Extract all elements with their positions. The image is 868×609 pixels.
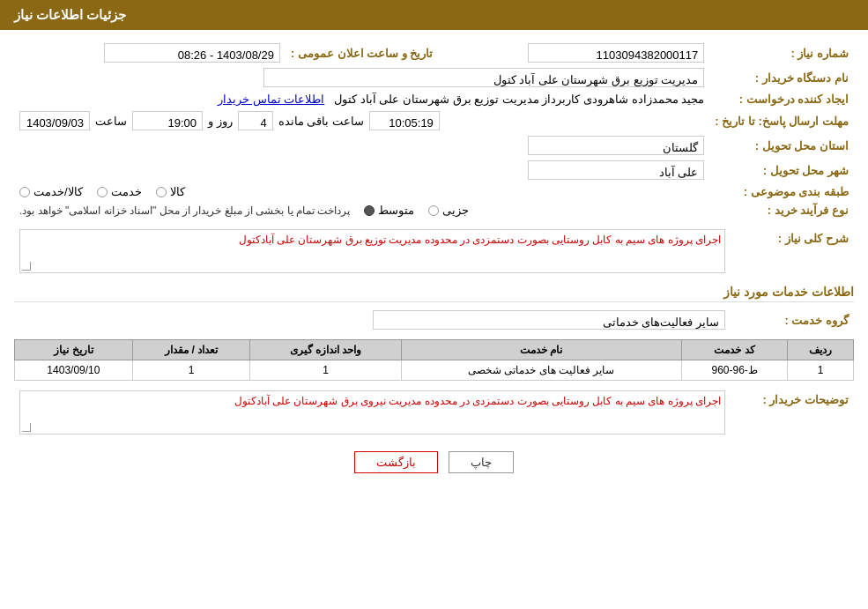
purchase-type-label: نوع فرآیند خرید : bbox=[709, 201, 854, 219]
page-title: جزئیات اطلاعات نیاز bbox=[14, 7, 126, 22]
cell-row: 1 bbox=[788, 360, 854, 381]
need-number-value: 1103094382000117 bbox=[438, 41, 709, 65]
service-group-value: سایر فعالیت‌های خدماتی bbox=[14, 308, 731, 332]
radio-small bbox=[428, 205, 439, 216]
buyer-description-box: اجرای پروژه های سیم به کابل روستایی بصور… bbox=[19, 390, 725, 434]
services-table: ردیف کد خدمت نام خدمت واحد اندازه گیری ت… bbox=[14, 339, 854, 381]
description-box: اجرای پروژه های سیم به کابل روستایی بصور… bbox=[19, 229, 725, 273]
response-days-label: روز و bbox=[208, 115, 233, 128]
description-label: شرح کلی نیاز : bbox=[731, 227, 854, 276]
category-label: طبقه بندی موضوعی : bbox=[709, 182, 854, 201]
creator-label: ایجاد کننده درخواست : bbox=[709, 90, 854, 108]
announce-datetime-label: تاریخ و ساعت اعلان عمومی : bbox=[286, 41, 438, 65]
cell-quantity: 1 bbox=[132, 360, 250, 381]
button-row: چاپ بازگشت bbox=[14, 451, 854, 487]
response-date-input: 1403/09/03 bbox=[19, 111, 90, 130]
city-input: علی آباد bbox=[528, 160, 704, 180]
announce-datetime-value: 1403/08/29 - 08:26 bbox=[14, 41, 286, 65]
purchase-type-option-medium[interactable]: متوسط bbox=[364, 204, 414, 217]
buyer-description-table: توضیحات خریدار : اجرای پروژه های سیم به … bbox=[14, 388, 854, 437]
cell-code: ط-96-960 bbox=[681, 360, 787, 381]
col-name: نام خدمت bbox=[401, 340, 681, 360]
description-cell: اجرای پروژه های سیم به کابل روستایی بصور… bbox=[14, 227, 731, 276]
province-label: استان محل تحویل : bbox=[709, 133, 854, 158]
creator-value: مجید محمدزاده شاهرودی کاربرداز مدیریت تو… bbox=[14, 90, 709, 108]
buyer-description-label: توضیحات خریدار : bbox=[731, 388, 854, 437]
need-number-input: 1103094382000117 bbox=[528, 43, 704, 63]
col-quantity: تعداد / مقدار bbox=[132, 340, 250, 360]
back-button[interactable]: بازگشت bbox=[354, 451, 438, 473]
response-remaining-label: ساعت باقی مانده bbox=[278, 115, 364, 128]
need-number-label: شماره نیاز : bbox=[709, 41, 854, 65]
response-deadline-row: 1403/09/03 ساعت 19:00 روز و 4 ساعت باقی … bbox=[14, 108, 709, 133]
buyer-resize-handle bbox=[22, 423, 31, 432]
purchase-note: پرداخت تمام یا بخشی از مبلغ خریدار از مح… bbox=[19, 204, 350, 217]
category-row: کالا/خدمت خدمت کالا bbox=[14, 182, 709, 201]
province-input: گلستان bbox=[528, 136, 704, 155]
col-date: تاریخ نیاز bbox=[15, 340, 133, 360]
page-header: جزئیات اطلاعات نیاز bbox=[0, 0, 868, 30]
response-deadline-label: مهلت ارسال پاسخ: تا تاریخ : bbox=[709, 108, 854, 133]
radio-medium bbox=[364, 205, 375, 216]
service-group-input: سایر فعالیت‌های خدماتی bbox=[373, 310, 725, 330]
col-row: ردیف bbox=[788, 340, 854, 360]
col-unit: واحد اندازه گیری bbox=[250, 340, 401, 360]
buyer-description-value: اجرای پروژه های سیم به کابل روستایی بصور… bbox=[24, 395, 721, 407]
description-table: شرح کلی نیاز : اجرای پروژه های سیم به کا… bbox=[14, 227, 854, 276]
print-button[interactable]: چاپ bbox=[449, 451, 514, 473]
category-option-kala-khedmat[interactable]: کالا/خدمت bbox=[19, 185, 83, 198]
service-group-table: گروه خدمت : سایر فعالیت‌های خدماتی bbox=[14, 308, 854, 332]
city-value: علی آباد bbox=[14, 158, 709, 182]
response-remaining-input: 10:05:19 bbox=[369, 111, 440, 130]
announce-datetime-input: 1403/08/29 - 08:26 bbox=[104, 43, 280, 63]
resize-handle bbox=[22, 262, 31, 271]
purchase-type-row: پرداخت تمام یا بخشی از مبلغ خریدار از مح… bbox=[14, 201, 709, 219]
response-days-input: 4 bbox=[238, 111, 273, 130]
buyer-org-input: مدیریت توزیع برق شهرستان علی آباد کتول bbox=[263, 68, 704, 87]
category-option-khedmat[interactable]: خدمت bbox=[97, 185, 142, 198]
contact-info-link[interactable]: اطلاعات تماس خریدار bbox=[218, 93, 324, 106]
city-label: شهر محل تحویل : bbox=[709, 158, 854, 182]
info-table: شماره نیاز : 1103094382000117 تاریخ و سا… bbox=[14, 41, 854, 219]
cell-name: سایر فعالیت های خدماتی شخصی bbox=[401, 360, 681, 381]
response-time-input: 19:00 bbox=[132, 111, 203, 130]
cell-unit: 1 bbox=[250, 360, 401, 381]
services-section-header: اطلاعات خدمات مورد نیاز bbox=[14, 285, 854, 302]
table-row: 1 ط-96-960 سایر فعالیت های خدماتی شخصی 1… bbox=[15, 360, 854, 381]
category-option-kala[interactable]: کالا bbox=[156, 185, 185, 198]
buyer-org-value: مدیریت توزیع برق شهرستان علی آباد کتول bbox=[14, 65, 709, 90]
radio-kala-khedmat bbox=[19, 187, 30, 197]
col-code: کد خدمت bbox=[681, 340, 787, 360]
radio-khedmat bbox=[97, 187, 108, 197]
description-value: اجرای پروژه های سیم به کابل روستایی بصور… bbox=[24, 234, 721, 246]
purchase-type-option-small[interactable]: جزیی bbox=[428, 204, 469, 217]
buyer-org-label: نام دستگاه خریدار : bbox=[709, 65, 854, 90]
response-time-label: ساعت bbox=[95, 115, 127, 128]
province-value: گلستان bbox=[14, 133, 709, 158]
buyer-description-cell: اجرای پروژه های سیم به کابل روستایی بصور… bbox=[14, 388, 731, 437]
cell-date: 1403/09/10 bbox=[15, 360, 133, 381]
radio-kala bbox=[156, 187, 167, 197]
service-group-label: گروه خدمت : bbox=[731, 308, 854, 332]
